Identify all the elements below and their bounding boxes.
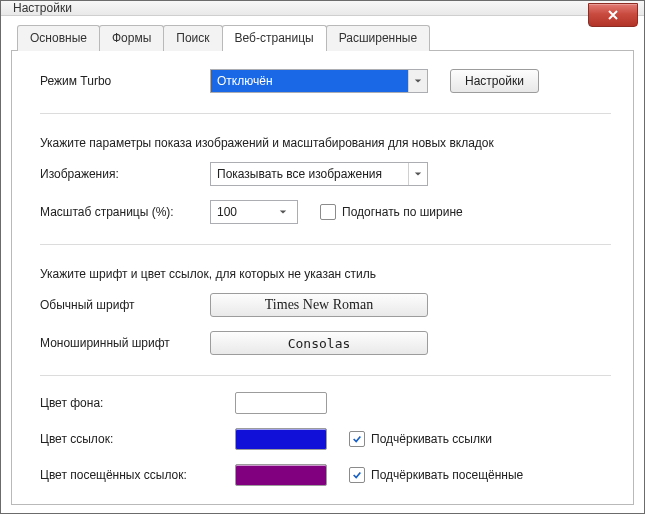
turbo-label: Режим Turbo: [40, 74, 210, 88]
underline-links-checkbox[interactable]: Подчёркивать ссылки: [349, 431, 492, 447]
turbo-settings-button[interactable]: Настройки: [450, 69, 539, 93]
images-hint: Укажите параметры показа изображений и м…: [40, 136, 611, 150]
chevron-down-icon: [408, 70, 427, 92]
turbo-mode-select[interactable]: Отключён: [210, 69, 428, 93]
tab-advanced[interactable]: Расширенные: [326, 25, 431, 51]
separator: [40, 244, 611, 245]
visited-color-label: Цвет посещённых ссылок:: [40, 468, 235, 482]
checkbox-box: [349, 467, 365, 483]
normal-font-label: Обычный шрифт: [40, 298, 210, 312]
zoom-select[interactable]: 100: [210, 200, 298, 224]
close-icon: [607, 9, 619, 21]
dialog-body: Основные Формы Поиск Веб-страницы Расшир…: [1, 16, 644, 514]
separator: [40, 113, 611, 114]
window-title: Настройки: [13, 1, 72, 15]
tab-basic[interactable]: Основные: [17, 25, 100, 51]
titlebar: Настройки: [1, 1, 644, 16]
checkbox-box: [320, 204, 336, 220]
underline-visited-label: Подчёркивать посещённые: [371, 468, 523, 482]
close-button[interactable]: [588, 3, 638, 27]
fonts-hint: Укажите шрифт и цвет ссылок, для которых…: [40, 267, 611, 281]
fit-width-checkbox[interactable]: Подогнать по ширине: [320, 204, 463, 220]
visited-color-button[interactable]: [235, 464, 327, 486]
mono-font-label: Моноширинный шрифт: [40, 336, 210, 350]
link-color-label: Цвет ссылок:: [40, 432, 235, 446]
mono-font-button[interactable]: Consolas: [210, 331, 428, 355]
settings-window: Настройки Основные Формы Поиск Веб-стран…: [0, 0, 645, 514]
tab-panel: Режим Turbo Отключён Настройки Укажите п…: [11, 51, 634, 505]
images-select[interactable]: Показывать все изображения: [210, 162, 428, 186]
tab-forms[interactable]: Формы: [99, 25, 164, 51]
underline-visited-checkbox[interactable]: Подчёркивать посещённые: [349, 467, 523, 483]
images-label: Изображения:: [40, 167, 210, 181]
chevron-down-icon: [408, 163, 427, 185]
tab-search[interactable]: Поиск: [163, 25, 222, 51]
separator: [40, 375, 611, 376]
normal-font-button[interactable]: Times New Roman: [210, 293, 428, 317]
images-value: Показывать все изображения: [211, 167, 408, 181]
tab-webpages[interactable]: Веб-страницы: [222, 25, 327, 51]
link-color-button[interactable]: [235, 428, 327, 450]
checkbox-box: [349, 431, 365, 447]
chevron-down-icon: [275, 208, 291, 216]
fit-width-label: Подогнать по ширине: [342, 205, 463, 219]
underline-links-label: Подчёркивать ссылки: [371, 432, 492, 446]
zoom-label: Масштаб страницы (%):: [40, 205, 210, 219]
bg-color-label: Цвет фона:: [40, 396, 235, 410]
zoom-value: 100: [217, 205, 237, 219]
dialog-footer: ОК Отмена Справка: [11, 505, 634, 514]
turbo-mode-value: Отключён: [211, 74, 408, 88]
bg-color-button[interactable]: [235, 392, 327, 414]
tabstrip: Основные Формы Поиск Веб-страницы Расшир…: [11, 24, 634, 51]
